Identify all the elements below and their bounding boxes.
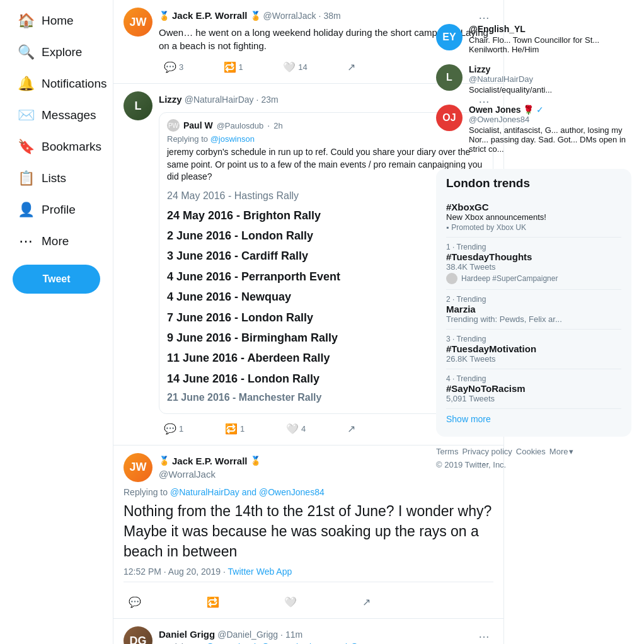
show-more-button[interactable]: Show more bbox=[446, 409, 491, 429]
share-button[interactable]: ↗ bbox=[342, 59, 360, 76]
trend-item: #XboxGC New Xbox announcements! ▪ Promot… bbox=[446, 197, 621, 238]
reply-icon: 💬 bbox=[164, 423, 176, 435]
follow-display-name: Owen Jones 🌹 bbox=[469, 105, 534, 115]
cookies-link[interactable]: Cookies bbox=[516, 447, 546, 456]
follow-item: L Lizzy @NaturalHairDay Socialist/equali… bbox=[436, 59, 631, 100]
time-ago: 11m bbox=[285, 630, 302, 640]
reply-to-users: @NaturalHairDay and @OwenJones84 bbox=[170, 487, 325, 497]
sidebar-item-label: Home bbox=[42, 14, 74, 28]
trend-description: New Xbox announcements! bbox=[446, 212, 621, 222]
sidebar-item-home[interactable]: 🏠 Home bbox=[13, 6, 100, 35]
profile-icon: 👤 bbox=[18, 202, 34, 218]
share-button[interactable]: ↗ bbox=[342, 420, 360, 437]
follow-bio: Chair. Flo... Town Councillor for St... … bbox=[469, 35, 631, 54]
tweet-actions: 💬 1 🔁 1 🤍 4 ↗ bbox=[159, 420, 360, 437]
trend-description: Trending with: Pewds, Felix ar... bbox=[446, 314, 621, 324]
privacy-link[interactable]: Privacy policy bbox=[462, 447, 512, 456]
quoted-display-name: Paul W bbox=[183, 120, 213, 130]
reply-button[interactable]: 💬 1 bbox=[159, 420, 188, 437]
like-button[interactable]: 🤍 4 bbox=[281, 420, 311, 437]
trends-section: London trends #XboxGC New Xbox announcem… bbox=[436, 169, 631, 437]
follow-display-name: @English_YL bbox=[469, 24, 631, 34]
retweet-icon: 🔁 bbox=[207, 596, 219, 608]
sidebar-item-messages[interactable]: ✉️ Messages bbox=[13, 101, 100, 130]
promoted-label: Promoted by Xbox UK bbox=[451, 223, 526, 232]
like-button[interactable]: 🤍 bbox=[279, 594, 302, 611]
share-icon: ↗ bbox=[347, 61, 355, 73]
retweet-button[interactable]: 🔁 bbox=[202, 594, 224, 611]
trend-count: 26.8K Tweets bbox=[446, 354, 621, 364]
more-footer-button[interactable]: More ▾ bbox=[549, 447, 574, 456]
like-count: 4 bbox=[301, 424, 306, 434]
follow-item: EY @English_YL Chair. Flo... Town Counci… bbox=[436, 19, 631, 59]
who-to-follow: EY @English_YL Chair. Flo... Town Counci… bbox=[436, 19, 631, 159]
trend-promoted: ▪ Promoted by Xbox UK bbox=[446, 223, 621, 232]
badge-emoji2: 🏅 bbox=[250, 11, 261, 21]
trend-item: 3 · Trending #TuesdayMotivation 26.8K Tw… bbox=[446, 330, 621, 369]
retweet-button[interactable]: 🔁 1 bbox=[219, 59, 248, 76]
follow-info: Owen Jones 🌹 ✓ @OwenJones84 Socialist, a… bbox=[469, 105, 631, 154]
trend-rank-label: 4 · Trending bbox=[446, 374, 621, 383]
avatar: L bbox=[124, 91, 152, 120]
follow-avatar: EY bbox=[436, 24, 463, 50]
follow-info: Lizzy @NaturalHairDay Socialist/equality… bbox=[469, 64, 631, 95]
promoted-icon: ▪ bbox=[446, 223, 449, 232]
tweet-actions: 💬 3 🔁 1 🤍 14 ↗ bbox=[159, 59, 360, 76]
display-name: Jack E.P. Worrall bbox=[172, 456, 248, 466]
via-link[interactable]: Twitter Web App bbox=[228, 566, 292, 577]
left-sidebar: 🏠 Home 🔍 Explore 🔔 Notifications ✉️ Mess… bbox=[0, 0, 113, 644]
right-sidebar: EY @English_YL Chair. Flo... Town Counci… bbox=[423, 0, 644, 644]
tweet-actions: 💬 🔁 🤍 ↗ bbox=[124, 594, 376, 611]
trend-hashtag[interactable]: #XboxGC bbox=[446, 202, 621, 212]
follow-avatar: OJ bbox=[436, 105, 463, 131]
reply-count: 3 bbox=[179, 62, 183, 72]
sidebar-item-explore[interactable]: 🔍 Explore bbox=[13, 38, 100, 67]
retweet-icon: 🔁 bbox=[224, 61, 236, 73]
time-ago: 38m bbox=[323, 11, 340, 21]
explore-icon: 🔍 bbox=[18, 44, 34, 60]
share-icon: ↗ bbox=[347, 423, 355, 435]
display-name: Lizzy bbox=[159, 94, 182, 105]
more-icon: ⋯ bbox=[18, 233, 34, 250]
share-button[interactable]: ↗ bbox=[357, 594, 376, 611]
follow-avatar: L bbox=[436, 64, 463, 91]
trend-hashtag[interactable]: Marzia bbox=[446, 304, 621, 314]
username: @NaturalHairDay bbox=[185, 95, 254, 105]
avatar: JW bbox=[124, 453, 152, 482]
sidebar-item-profile[interactable]: 👤 Profile bbox=[13, 195, 100, 224]
trend-hashtag[interactable]: #TuesdayMotivation bbox=[446, 343, 621, 354]
copyright: © 2019 Twitter, Inc. bbox=[436, 460, 506, 469]
display-name: Daniel Grigg bbox=[159, 629, 215, 640]
sidebar-item-label: Messages bbox=[42, 108, 96, 122]
tweet-button[interactable]: Tweet bbox=[13, 265, 100, 294]
notifications-icon: 🔔 bbox=[18, 76, 34, 92]
reply-count: 1 bbox=[179, 424, 183, 434]
reply-button[interactable]: 💬 3 bbox=[159, 59, 188, 76]
like-button[interactable]: 🤍 14 bbox=[278, 59, 312, 76]
sidebar-item-bookmarks[interactable]: 🔖 Bookmarks bbox=[13, 132, 100, 161]
trend-hashtag[interactable]: #TuesdayThoughts bbox=[446, 251, 621, 262]
sidebar-item-notifications[interactable]: 🔔 Notifications bbox=[13, 69, 100, 98]
quoted-avatar: PW bbox=[167, 119, 180, 132]
lists-icon: 📋 bbox=[18, 170, 34, 187]
share-icon: ↗ bbox=[362, 596, 371, 608]
sidebar-item-label: Bookmarks bbox=[42, 140, 101, 154]
quoted-username: @Paulosdub bbox=[217, 121, 264, 130]
sidebar-item-more[interactable]: ⋯ More bbox=[13, 227, 100, 256]
trend-rank-label: 3 · Trending bbox=[446, 335, 621, 343]
like-count: 14 bbox=[298, 62, 307, 72]
sidebar-item-label: Explore bbox=[42, 45, 82, 59]
reply-button[interactable]: 💬 bbox=[124, 594, 146, 611]
retweet-button[interactable]: 🔁 1 bbox=[220, 420, 250, 437]
retweet-icon: 🔁 bbox=[225, 423, 238, 435]
username: @WorralJack bbox=[263, 11, 316, 21]
bookmarks-icon: 🔖 bbox=[18, 139, 34, 155]
terms-link[interactable]: Terms bbox=[436, 447, 458, 456]
sidebar-item-lists[interactable]: 📋 Lists bbox=[13, 164, 100, 193]
follow-display-name: Lizzy bbox=[469, 64, 631, 74]
quoted-time: 2h bbox=[273, 121, 282, 130]
trend-item: 1 · Trending #TuesdayThoughts 38.4K Twee… bbox=[446, 238, 621, 290]
avatar: DG bbox=[124, 626, 152, 644]
trend-hashtag[interactable]: #SayNoToRacism bbox=[446, 383, 621, 394]
reply-icon: 💬 bbox=[129, 596, 141, 608]
